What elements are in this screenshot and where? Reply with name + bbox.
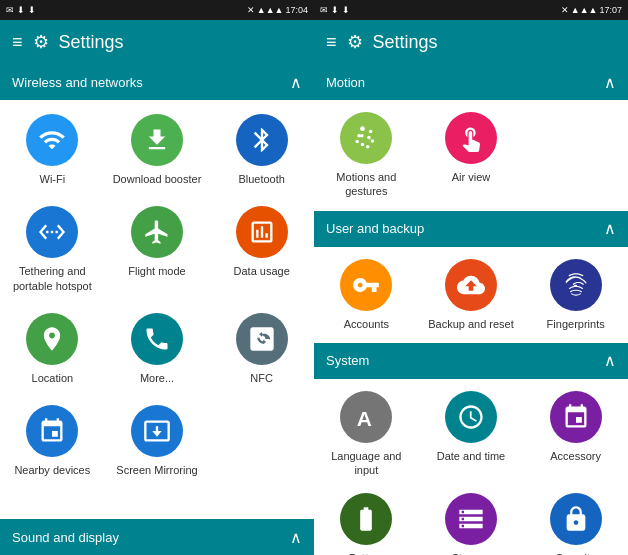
chevron-wireless-icon: ∧ bbox=[290, 73, 302, 92]
list-item[interactable]: Storage bbox=[419, 485, 524, 555]
settings-header-left: ≡ ⚙ Settings bbox=[0, 20, 314, 64]
motion-icon bbox=[352, 124, 380, 152]
download-icon-r: ⬇ bbox=[331, 5, 339, 15]
location-icon bbox=[38, 325, 66, 353]
datetime-label: Date and time bbox=[437, 449, 505, 463]
security-label: Security bbox=[556, 551, 596, 555]
download-booster-icon bbox=[143, 126, 171, 154]
list-item[interactable]: More... bbox=[105, 303, 210, 395]
section-system[interactable]: System ∧ bbox=[314, 343, 628, 379]
list-item[interactable]: Download booster bbox=[105, 104, 210, 196]
list-item[interactable]: Flight mode bbox=[105, 196, 210, 303]
security-icon bbox=[562, 505, 590, 533]
download-booster-label: Download booster bbox=[113, 172, 202, 186]
list-item[interactable]: Wi-Fi bbox=[0, 104, 105, 196]
section-user-title: User and backup bbox=[326, 221, 424, 236]
language-label: Language and input bbox=[318, 449, 415, 478]
bluetooth-circle bbox=[236, 114, 288, 166]
more-circle bbox=[131, 313, 183, 365]
nearby-label: Nearby devices bbox=[14, 463, 90, 477]
wifi-icon-circle bbox=[26, 114, 78, 166]
section-motion[interactable]: Motion ∧ bbox=[314, 64, 628, 100]
list-item[interactable]: Date and time bbox=[419, 383, 524, 486]
section-sound[interactable]: Sound and display ∧ bbox=[0, 519, 314, 555]
more-icon bbox=[143, 325, 171, 353]
signal-icon-r: ▲▲▲ bbox=[571, 5, 598, 15]
accounts-circle bbox=[340, 259, 392, 311]
settings-header-right: ≡ ⚙ Settings bbox=[314, 20, 628, 64]
list-item[interactable]: Battery bbox=[314, 485, 419, 555]
chevron-sound-icon: ∧ bbox=[290, 528, 302, 547]
list-item[interactable]: Tethering and portable hotspot bbox=[0, 196, 105, 303]
bluetooth-icon bbox=[248, 126, 276, 154]
status-icons-right-r: ✕ ▲▲▲ 17:07 bbox=[561, 5, 622, 15]
settings-grid-right: Motions and gestures Air view User and b… bbox=[314, 100, 628, 555]
download2-icon-r: ⬇ bbox=[342, 5, 350, 15]
menu-icon-left[interactable]: ≡ bbox=[12, 32, 23, 53]
mute-icon: ✕ bbox=[247, 5, 255, 15]
battery-circle bbox=[340, 493, 392, 545]
backup-circle bbox=[445, 259, 497, 311]
list-item[interactable]: Bluetooth bbox=[209, 104, 314, 196]
system-grid: A Language and input Date and time Acces… bbox=[314, 379, 628, 555]
fingerprint-label: Fingerprints bbox=[547, 317, 605, 331]
settings-grid-left: Wi-Fi Download booster Bluetooth bbox=[0, 100, 314, 519]
list-item[interactable]: Data usage bbox=[209, 196, 314, 303]
accounts-label: Accounts bbox=[344, 317, 389, 331]
backup-label: Backup and reset bbox=[428, 317, 514, 331]
download-booster-circle bbox=[131, 114, 183, 166]
status-bar-right: ✉ ⬇ ⬇ ✕ ▲▲▲ 17:07 bbox=[314, 0, 628, 20]
data-icon bbox=[248, 218, 276, 246]
time-left: 17:04 bbox=[285, 5, 308, 15]
list-item[interactable]: Accessory bbox=[523, 383, 628, 486]
data-label: Data usage bbox=[234, 264, 290, 278]
svg-text:A: A bbox=[357, 407, 372, 430]
wifi-icon bbox=[38, 126, 66, 154]
tethering-label: Tethering and portable hotspot bbox=[4, 264, 101, 293]
section-wireless[interactable]: Wireless and networks ∧ bbox=[0, 64, 314, 100]
list-item[interactable]: NFC bbox=[209, 303, 314, 395]
wifi-label: Wi-Fi bbox=[40, 172, 66, 186]
list-item[interactable]: A Language and input bbox=[314, 383, 419, 486]
motion-label: Motions and gestures bbox=[318, 170, 415, 199]
list-item[interactable]: Nearby devices bbox=[0, 395, 105, 487]
flight-label: Flight mode bbox=[128, 264, 185, 278]
right-panel: ✉ ⬇ ⬇ ✕ ▲▲▲ 17:07 ≡ ⚙ Settings Motion ∧ … bbox=[314, 0, 628, 555]
section-system-title: System bbox=[326, 353, 369, 368]
list-item[interactable]: Motions and gestures bbox=[314, 104, 419, 207]
list-item[interactable]: Air view bbox=[419, 104, 524, 207]
download-icon: ⬇ bbox=[17, 5, 25, 15]
backup-icon bbox=[457, 271, 485, 299]
more-label: More... bbox=[140, 371, 174, 385]
status-icons-left-r: ✉ ⬇ ⬇ bbox=[320, 5, 350, 15]
nearby-circle bbox=[26, 405, 78, 457]
status-icons-right: ✕ ▲▲▲ 17:04 bbox=[247, 5, 308, 15]
battery-label: Battery bbox=[349, 551, 384, 555]
list-item[interactable]: Location bbox=[0, 303, 105, 395]
accessory-icon bbox=[562, 403, 590, 431]
fingerprint-circle bbox=[550, 259, 602, 311]
list-item[interactable]: Accounts bbox=[314, 251, 419, 339]
list-item[interactable]: Backup and reset bbox=[419, 251, 524, 339]
accounts-icon bbox=[352, 271, 380, 299]
page-title-left: Settings bbox=[59, 32, 124, 53]
list-item[interactable]: Security bbox=[523, 485, 628, 555]
envelope-icon: ✉ bbox=[6, 5, 14, 15]
list-item[interactable]: Screen Mirroring bbox=[105, 395, 210, 487]
menu-icon-right[interactable]: ≡ bbox=[326, 32, 337, 53]
datetime-icon bbox=[457, 403, 485, 431]
airview-label: Air view bbox=[452, 170, 491, 184]
list-item[interactable]: Fingerprints bbox=[523, 251, 628, 339]
page-title-right: Settings bbox=[373, 32, 438, 53]
wireless-grid: Wi-Fi Download booster Bluetooth bbox=[0, 100, 314, 491]
chevron-system-icon: ∧ bbox=[604, 351, 616, 370]
section-motion-title: Motion bbox=[326, 75, 365, 90]
list-item-empty bbox=[523, 104, 628, 207]
storage-circle bbox=[445, 493, 497, 545]
section-user[interactable]: User and backup ∧ bbox=[314, 211, 628, 247]
user-grid: Accounts Backup and reset Fingerprints bbox=[314, 247, 628, 343]
language-circle: A bbox=[340, 391, 392, 443]
bluetooth-label: Bluetooth bbox=[238, 172, 284, 186]
location-circle bbox=[26, 313, 78, 365]
mirror-circle bbox=[131, 405, 183, 457]
